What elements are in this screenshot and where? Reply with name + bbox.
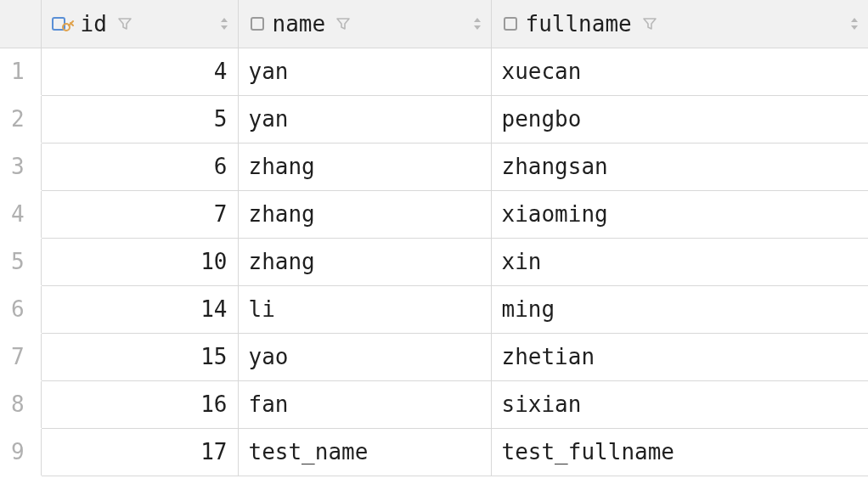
row-number[interactable]: 3 bbox=[0, 143, 41, 190]
cell-id[interactable]: 7 bbox=[41, 190, 238, 238]
table-row[interactable]: 36zhangzhangsan bbox=[0, 143, 868, 190]
sort-icon[interactable] bbox=[219, 16, 229, 31]
gutter-header bbox=[0, 0, 41, 48]
table-row[interactable]: 14yanxuecan bbox=[0, 48, 868, 95]
cell-value: xiaoming bbox=[492, 201, 868, 227]
row-number[interactable]: 5 bbox=[0, 238, 41, 285]
cell-name[interactable]: test_name bbox=[238, 428, 491, 476]
cell-name[interactable]: fan bbox=[238, 380, 491, 428]
cell-value: li bbox=[239, 296, 491, 322]
row-number[interactable]: 4 bbox=[0, 190, 41, 238]
cell-value: xin bbox=[492, 249, 868, 274]
cell-value: yan bbox=[239, 106, 491, 132]
column-header-name[interactable]: name bbox=[238, 0, 491, 48]
cell-id[interactable]: 10 bbox=[41, 238, 238, 285]
cell-id[interactable]: 6 bbox=[41, 143, 238, 190]
cell-name[interactable]: yao bbox=[238, 333, 491, 380]
cell-fullname[interactable]: pengbo bbox=[491, 95, 868, 143]
cell-fullname[interactable]: xiaoming bbox=[491, 190, 868, 238]
cell-id[interactable]: 15 bbox=[41, 333, 238, 380]
cell-fullname[interactable]: sixian bbox=[491, 380, 868, 428]
cell-value: fan bbox=[239, 391, 491, 417]
cell-value: 14 bbox=[42, 296, 238, 322]
row-number[interactable]: 9 bbox=[0, 428, 41, 476]
svg-rect-3 bbox=[504, 18, 516, 30]
cell-name[interactable]: zhang bbox=[238, 238, 491, 285]
table-row[interactable]: 25yanpengbo bbox=[0, 95, 868, 143]
cell-name[interactable]: yan bbox=[238, 95, 491, 143]
cell-value: 16 bbox=[42, 391, 238, 417]
cell-value: 4 bbox=[42, 59, 238, 84]
cell-name[interactable]: yan bbox=[238, 48, 491, 95]
row-number[interactable]: 6 bbox=[0, 285, 41, 333]
cell-value: 7 bbox=[42, 201, 238, 227]
cell-name[interactable]: li bbox=[238, 285, 491, 333]
table-row[interactable]: 614liming bbox=[0, 285, 868, 333]
cell-id[interactable]: 14 bbox=[41, 285, 238, 333]
cell-value: test_name bbox=[239, 439, 491, 464]
cell-fullname[interactable]: ming bbox=[491, 285, 868, 333]
cell-fullname[interactable]: xuecan bbox=[491, 48, 868, 95]
cell-value: 5 bbox=[42, 106, 238, 132]
cell-fullname[interactable]: zhangsan bbox=[491, 143, 868, 190]
column-label: fullname bbox=[526, 11, 632, 37]
cell-value: zhangsan bbox=[492, 154, 868, 179]
filter-icon[interactable] bbox=[335, 16, 351, 31]
cell-value: 17 bbox=[42, 439, 238, 464]
cell-id[interactable]: 5 bbox=[41, 95, 238, 143]
cell-name[interactable]: zhang bbox=[238, 143, 491, 190]
cell-name[interactable]: zhang bbox=[238, 190, 491, 238]
cell-value: 10 bbox=[42, 249, 238, 274]
table-row[interactable]: 715yaozhetian bbox=[0, 333, 868, 380]
row-number[interactable]: 7 bbox=[0, 333, 41, 380]
sort-icon[interactable] bbox=[849, 16, 860, 31]
column-header-fullname[interactable]: fullname bbox=[491, 0, 868, 48]
cell-id[interactable]: 17 bbox=[41, 428, 238, 476]
filter-icon[interactable] bbox=[117, 16, 132, 31]
cell-value: zhang bbox=[239, 154, 491, 179]
cell-value: zhetian bbox=[492, 344, 868, 369]
cell-value: yan bbox=[239, 59, 491, 84]
cell-value: xuecan bbox=[492, 59, 868, 84]
cell-value: pengbo bbox=[492, 106, 868, 132]
data-grid: id bbox=[0, 0, 868, 476]
sort-icon[interactable] bbox=[472, 16, 482, 31]
cell-value: zhang bbox=[239, 201, 491, 227]
key-column-icon bbox=[52, 15, 74, 32]
row-number[interactable]: 8 bbox=[0, 380, 41, 428]
column-label: name bbox=[273, 11, 326, 37]
cell-id[interactable]: 4 bbox=[41, 48, 238, 95]
row-number[interactable]: 1 bbox=[0, 48, 41, 95]
cell-value: ming bbox=[492, 296, 868, 322]
column-icon bbox=[502, 15, 519, 32]
cell-value: 15 bbox=[42, 344, 238, 369]
column-label: id bbox=[81, 11, 107, 37]
row-number[interactable]: 2 bbox=[0, 95, 41, 143]
cell-id[interactable]: 16 bbox=[41, 380, 238, 428]
cell-fullname[interactable]: test_fullname bbox=[491, 428, 868, 476]
cell-fullname[interactable]: xin bbox=[491, 238, 868, 285]
cell-value: 6 bbox=[42, 154, 238, 179]
header-row: id bbox=[0, 0, 868, 48]
column-header-id[interactable]: id bbox=[41, 0, 238, 48]
table-row[interactable]: 917test_nametest_fullname bbox=[0, 428, 868, 476]
cell-value: yao bbox=[239, 344, 491, 369]
table-row[interactable]: 816fansixian bbox=[0, 380, 868, 428]
cell-value: zhang bbox=[239, 249, 491, 274]
svg-rect-2 bbox=[251, 18, 263, 30]
column-icon bbox=[249, 15, 266, 32]
table-row[interactable]: 47zhangxiaoming bbox=[0, 190, 868, 238]
table-row[interactable]: 510zhangxin bbox=[0, 238, 868, 285]
cell-value: test_fullname bbox=[492, 439, 868, 464]
cell-fullname[interactable]: zhetian bbox=[491, 333, 868, 380]
filter-icon[interactable] bbox=[642, 16, 657, 31]
cell-value: sixian bbox=[492, 391, 868, 417]
